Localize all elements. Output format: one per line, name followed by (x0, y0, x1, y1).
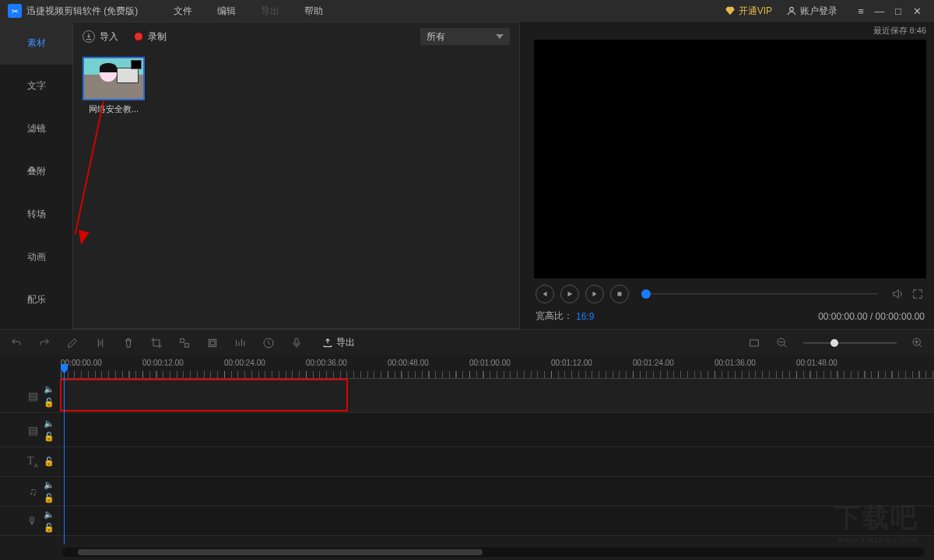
lock-icon[interactable]: 🔓 (44, 397, 54, 408)
filter-dropdown[interactable]: 所有 (420, 28, 510, 45)
close-button[interactable]: ✕ (908, 5, 926, 17)
mosaic-button[interactable] (177, 336, 191, 350)
ruler-label: 00:00:48.00 (388, 359, 429, 367)
lock-icon[interactable]: 🔓 (44, 493, 54, 503)
media-item[interactable]: 网络安全教... (83, 57, 148, 115)
next-frame-button[interactable] (585, 285, 604, 303)
annotation-arrow (75, 101, 104, 235)
mute-icon[interactable]: 🔈 (44, 480, 54, 490)
titlebar: 迅捷视频剪辑软件 (免费版) 文件 编辑 导出 帮助 开通VIP 账户登录 ≡ … (0, 0, 934, 22)
side-tabs: 素材 文字 滤镜 叠附 转场 动画 配乐 (0, 22, 72, 329)
login-button[interactable]: 账户登录 (786, 5, 837, 18)
timeline-ruler[interactable]: 00:00:00.00 00:00:12.00 00:00:24.00 00:0… (61, 355, 934, 379)
timeline: 00:00:00.00 00:00:12.00 00:00:24.00 00:0… (0, 355, 934, 560)
annotation-arrow-head (75, 230, 89, 247)
svg-rect-5 (210, 341, 214, 345)
text-track[interactable]: TA 🔓 (0, 447, 934, 477)
media-thumbnail (83, 57, 145, 100)
voice-track[interactable]: 🎙 🔈🔓 (0, 506, 934, 536)
film-icon: ▤ (26, 390, 39, 402)
timeline-toolbar: 导出 (0, 329, 934, 355)
ruler-label: 00:01:00.00 (469, 359, 511, 367)
lock-icon[interactable]: 🔓 (44, 457, 54, 467)
mic-icon: 🎙 (26, 515, 39, 527)
music-icon: ♫ (26, 485, 39, 498)
tab-filter[interactable]: 滤镜 (0, 107, 72, 150)
crop-button[interactable] (149, 336, 163, 350)
volume-icon[interactable] (890, 287, 904, 301)
media-toolbar: 导入 录制 所有 (73, 23, 519, 51)
lock-icon[interactable]: 🔓 (44, 523, 54, 533)
zoom-slider[interactable] (803, 342, 897, 344)
record-icon (134, 32, 143, 41)
svg-rect-1 (618, 292, 622, 296)
maximize-button[interactable]: □ (889, 5, 908, 17)
timeline-scrollbar[interactable] (62, 548, 925, 557)
media-item-name: 网络安全教... (83, 103, 145, 115)
app-logo-icon (8, 4, 22, 18)
export-label: 导出 (336, 336, 355, 349)
aspect-value[interactable]: 16:9 (576, 311, 594, 322)
ruler-label: 00:01:36.00 (715, 359, 756, 367)
import-icon (83, 30, 95, 43)
tab-overlay[interactable]: 叠附 (0, 150, 72, 193)
tab-transition[interactable]: 转场 (0, 193, 72, 236)
zoom-in-button[interactable] (911, 336, 925, 350)
tab-text[interactable]: 文字 (0, 65, 72, 107)
hamburger-icon[interactable]: ≡ (851, 5, 870, 17)
time-current: 00:00:00.00 (818, 311, 867, 322)
preview-panel: 最近保存 8:46 宽高比： 16:9 00:00:00.00 / 00:00:… (520, 22, 934, 329)
prev-frame-button[interactable] (535, 285, 554, 303)
tab-media[interactable]: 素材 (0, 22, 72, 65)
lock-icon[interactable]: 🔓 (44, 432, 54, 442)
split-button[interactable] (93, 336, 107, 350)
progress-slider[interactable] (641, 289, 878, 299)
tab-animation[interactable]: 动画 (0, 236, 72, 278)
edit-button[interactable] (65, 336, 79, 350)
fit-button[interactable] (747, 336, 761, 350)
mute-icon[interactable]: 🔈 (44, 509, 54, 520)
login-label: 账户登录 (800, 5, 837, 18)
ruler-label: 00:01:12.00 (551, 359, 592, 367)
menu-export: 导出 (261, 5, 279, 18)
ruler-label: 00:00:24.00 (224, 359, 265, 367)
fullscreen-icon[interactable] (911, 287, 925, 301)
export-button[interactable]: 导出 (322, 336, 355, 349)
stop-button[interactable] (610, 285, 629, 303)
ruler-label: 00:01:48.00 (796, 359, 837, 367)
video-preview[interactable] (534, 40, 926, 278)
menu-edit[interactable]: 编辑 (217, 5, 236, 18)
minimize-button[interactable]: — (870, 5, 889, 17)
vip-button[interactable]: 开通VIP (725, 5, 772, 18)
film-icon: ▤ (26, 424, 39, 436)
zoom-out-button[interactable] (775, 336, 789, 350)
voiceover-button[interactable] (290, 336, 304, 350)
delete-button[interactable] (121, 336, 135, 350)
mute-icon[interactable]: 🔈 (44, 418, 54, 429)
playhead[interactable] (64, 367, 65, 544)
play-button[interactable] (560, 285, 579, 303)
ruler-label: 00:01:24.00 (633, 359, 674, 367)
media-grid[interactable]: 网络安全教... (73, 51, 519, 328)
last-save-label: 最近保存 8:46 (534, 22, 926, 40)
aspect-label: 宽高比： (535, 310, 573, 323)
duration-button[interactable] (262, 336, 276, 350)
tab-music[interactable]: 配乐 (0, 278, 72, 321)
import-button[interactable]: 导入 (83, 30, 118, 44)
svg-rect-7 (295, 338, 298, 344)
video-track-2[interactable]: ▤ 🔈🔓 (0, 413, 934, 447)
menu-help[interactable]: 帮助 (304, 5, 323, 18)
svg-rect-8 (750, 340, 759, 346)
video-track-1[interactable]: ▤ 🔈🔓 (0, 379, 934, 413)
app-title: 迅捷视频剪辑软件 (免费版) (26, 5, 138, 18)
menu-file[interactable]: 文件 (174, 5, 192, 18)
freeze-button[interactable] (205, 336, 219, 350)
zoom-button[interactable] (234, 336, 248, 350)
export-icon (322, 338, 333, 348)
record-label: 录制 (148, 30, 167, 44)
audio-track[interactable]: ♫ 🔈🔓 (0, 477, 934, 506)
undo-button[interactable] (9, 336, 23, 350)
mute-icon[interactable]: 🔈 (44, 384, 54, 394)
redo-button[interactable] (37, 336, 51, 350)
record-button[interactable]: 录制 (134, 30, 167, 44)
